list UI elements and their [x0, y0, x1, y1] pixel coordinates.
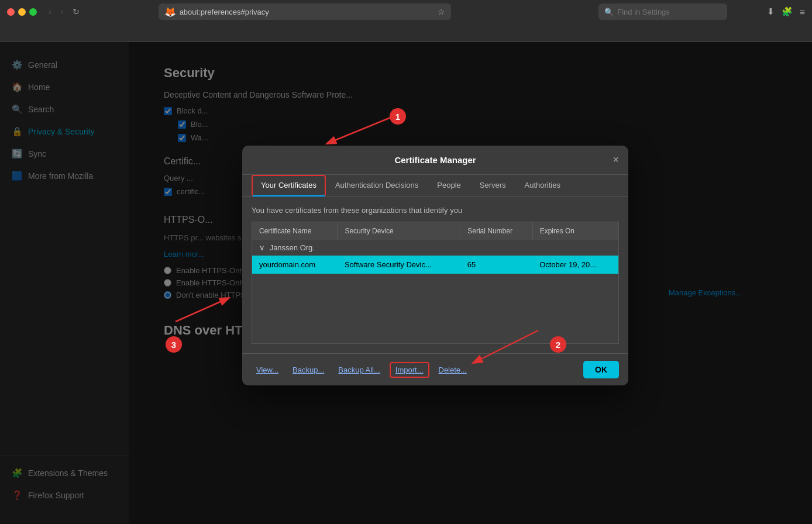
browser-chrome: ‹ › ↻ 🦊 about:preferences#privacy ☆ 🔍 ⬇ …: [0, 0, 812, 42]
annotation-badge-2: 2: [550, 336, 566, 353]
col-cert-name: Certificate Name: [252, 222, 338, 240]
ok-button[interactable]: OK: [583, 361, 619, 378]
maximize-button[interactable]: [29, 8, 37, 16]
forward-button[interactable]: ›: [59, 5, 66, 19]
extensions-icon[interactable]: 🧩: [782, 6, 793, 17]
firefox-icon: 🦊: [164, 6, 176, 18]
dialog-close-button[interactable]: ×: [613, 154, 619, 165]
menu-icon[interactable]: ≡: [800, 7, 805, 17]
back-button[interactable]: ‹: [46, 5, 54, 19]
backup-all-button[interactable]: Backup All...: [333, 363, 385, 377]
dialog-overlay: Certificate Manager × Your Certificates …: [0, 42, 812, 524]
annotation-badge-1: 1: [390, 108, 406, 125]
cert-info-text: You have certificates from these organiz…: [252, 206, 619, 215]
group-label: Janssen Org.: [270, 243, 315, 252]
group-chevron: ∨: [259, 243, 265, 252]
cert-table-header-row: Certificate Name Security Device Serial …: [252, 222, 619, 240]
address-bar[interactable]: 🦊 about:preferences#privacy ☆: [159, 4, 451, 20]
cert-data-row[interactable]: yourdomain.com Software Security Devic..…: [252, 256, 619, 274]
view-button[interactable]: View...: [252, 363, 283, 377]
cert-group-row: ∨ Janssen Org.: [252, 240, 619, 256]
dialog-tabs: Your Certificates Authentication Decisio…: [242, 175, 628, 196]
annotation-badge-3: 3: [166, 336, 182, 353]
tab-servers[interactable]: Servers: [470, 175, 515, 196]
cert-table: Certificate Name Security Device Serial …: [252, 222, 619, 344]
tab-auth-decisions[interactable]: Authentication Decisions: [326, 175, 428, 196]
certificate-manager-dialog: Certificate Manager × Your Certificates …: [242, 146, 628, 386]
dialog-body: You have certificates from these organiz…: [242, 196, 628, 354]
col-serial-number: Serial Number: [460, 222, 532, 240]
minimize-button[interactable]: [18, 8, 26, 16]
cert-expires-cell: October 19, 20...: [532, 256, 618, 274]
pocket-icon[interactable]: ⬇: [767, 6, 775, 17]
find-settings-input[interactable]: [617, 8, 711, 16]
backup-button[interactable]: Backup...: [288, 363, 329, 377]
dialog-title: Certificate Manager: [394, 155, 476, 165]
tab-people[interactable]: People: [428, 175, 470, 196]
import-button[interactable]: Import...: [390, 362, 429, 378]
dialog-header: Certificate Manager ×: [242, 146, 628, 175]
cert-serial-cell: 65: [460, 256, 532, 274]
cert-device-cell: Software Security Devic...: [338, 256, 460, 274]
col-expires-on: Expires On: [532, 222, 618, 240]
find-settings-bar[interactable]: 🔍: [598, 4, 727, 20]
dialog-buttons-area: View... Backup... Backup All... Import..…: [242, 353, 628, 385]
tab-your-certificates[interactable]: Your Certificates: [252, 175, 326, 196]
search-icon: 🔍: [604, 8, 614, 16]
close-button[interactable]: [7, 8, 15, 16]
star-icon[interactable]: ☆: [438, 7, 445, 16]
cert-name-cell: yourdomain.com: [252, 256, 338, 274]
tab-authorities[interactable]: Authorities: [515, 175, 570, 196]
delete-button[interactable]: Delete...: [434, 363, 472, 377]
url-text: about:preferences#privacy: [180, 8, 269, 16]
refresh-button[interactable]: ↻: [70, 5, 82, 19]
titlebar: ‹ › ↻ 🦊 about:preferences#privacy ☆ 🔍 ⬇ …: [0, 0, 812, 23]
toolbar-icons: ⬇ 🧩 ≡: [767, 6, 805, 17]
traffic-lights: [7, 8, 37, 16]
cert-empty-space: [252, 274, 619, 344]
cert-group-name: ∨ Janssen Org.: [252, 240, 619, 256]
col-security-device: Security Device: [338, 222, 460, 240]
